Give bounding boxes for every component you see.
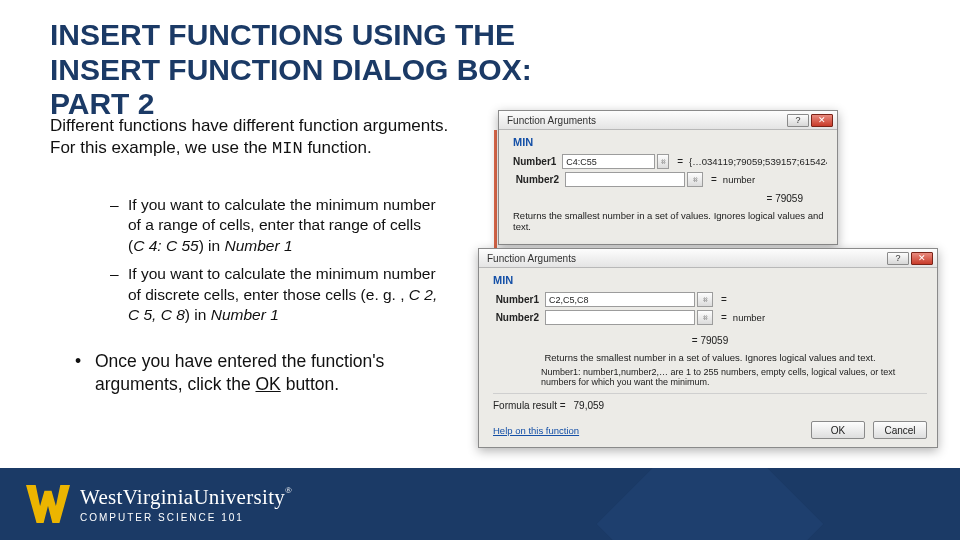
wvu-logo-icon — [26, 485, 70, 523]
arg-label-number2: Number2 — [493, 312, 545, 323]
function-name-label: MIN — [493, 274, 927, 286]
ok-button[interactable]: OK — [811, 421, 865, 439]
footer-text: WestVirginiaUniversity® COMPUTER SCIENCE… — [80, 485, 292, 523]
function-name-label: MIN — [513, 136, 827, 148]
dialog-body: MIN Number1 C4:C55 ⨳ = {…034119;79059;53… — [499, 130, 837, 244]
number2-input[interactable] — [565, 172, 685, 187]
formula-result-label: Formula result = — [493, 400, 566, 411]
help-icon[interactable]: ? — [887, 252, 909, 265]
help-link[interactable]: Help on this function — [493, 425, 579, 436]
sub-bullet-1: – If you want to calculate the minimum n… — [110, 195, 440, 256]
formula-result-value: 79,059 — [574, 400, 605, 411]
function-arguments-dialog-back: Function Arguments ? ✕ MIN Number1 C4:C5… — [498, 110, 838, 245]
slide-title: INSERT FUNCTIONS USING THE INSERT FUNCTI… — [50, 18, 610, 122]
function-result-preview: = 79059 — [513, 193, 803, 204]
trademark-symbol: ® — [285, 485, 292, 495]
dialog-title: Function Arguments — [487, 253, 576, 264]
intro-text-a: Different functions have different funct… — [50, 116, 448, 157]
number1-input[interactable]: C2,C5,C8 — [545, 292, 695, 307]
close-icon[interactable]: ✕ — [811, 114, 833, 127]
slide-footer: WestVirginiaUniversity® COMPUTER SCIENCE… — [0, 468, 960, 540]
range-picker-icon[interactable]: ⨳ — [687, 172, 703, 187]
dialog-body: MIN Number1 C2,C5,C8 ⨳ = Number2 ⨳ = num… — [479, 268, 937, 447]
intro-paragraph: Different functions have different funct… — [50, 115, 450, 160]
course-name: COMPUTER SCIENCE 101 — [80, 512, 292, 523]
arg-row-number1: Number1 C2,C5,C8 ⨳ = — [493, 292, 927, 307]
sub-bullet-2: – If you want to calculate the minimum n… — [110, 264, 440, 325]
excel-edge-stripe — [494, 130, 497, 250]
function-result-preview: = 79059 — [493, 335, 927, 346]
dash-marker: – — [110, 195, 128, 256]
arg-preview-number2: number — [733, 312, 765, 323]
number1-input[interactable]: C4:C55 — [562, 154, 654, 169]
dialog-title: Function Arguments — [507, 115, 596, 126]
arg-preview-number1: {…034119;79059;539157;615424;0;1573… — [689, 156, 827, 167]
range-picker-icon[interactable]: ⨳ — [657, 154, 670, 169]
sb1-b: ) in — [199, 237, 225, 254]
arg-row-number1: Number1 C4:C55 ⨳ = {…034119;79059;539157… — [513, 154, 827, 169]
arg-preview-number2: number — [723, 174, 755, 185]
dash-marker: – — [110, 264, 128, 325]
cancel-button[interactable]: Cancel — [873, 421, 927, 439]
help-icon[interactable]: ? — [787, 114, 809, 127]
arg-row-number2: Number2 ⨳ = number — [513, 172, 827, 187]
function-description: Returns the smallest number in a set of … — [493, 352, 927, 363]
equals-sign: = — [677, 156, 683, 167]
function-arguments-dialog-front: Function Arguments ? ✕ MIN Number1 C2,C5… — [478, 248, 938, 448]
main-bullet: • Once you have entered the function's a… — [75, 350, 435, 396]
equals-sign: = — [711, 174, 717, 185]
intro-function-name: MIN — [272, 139, 303, 158]
dialog-titlebar[interactable]: Function Arguments ? ✕ — [499, 111, 837, 130]
mb-b: button. — [281, 374, 339, 394]
argument-help-text: Number1: number1,number2,… are 1 to 255 … — [541, 367, 927, 387]
arg-row-number2: Number2 ⨳ = number — [493, 310, 927, 325]
sub-bullet-list: – If you want to calculate the minimum n… — [110, 195, 440, 334]
range-picker-icon[interactable]: ⨳ — [697, 292, 713, 307]
intro-text-b: function. — [303, 138, 372, 157]
equals-sign: = — [721, 294, 727, 305]
equals-sign: = — [721, 312, 727, 323]
sb2-a: If you want to calculate the minimum num… — [128, 265, 436, 302]
function-description: Returns the smallest number in a set of … — [513, 210, 827, 232]
arg-label-number1: Number1 — [493, 294, 545, 305]
dialog-titlebar[interactable]: Function Arguments ? ✕ — [479, 249, 937, 268]
range-picker-icon[interactable]: ⨳ — [697, 310, 713, 325]
number2-input[interactable] — [545, 310, 695, 325]
close-icon[interactable]: ✕ — [911, 252, 933, 265]
university-name: WestVirginiaUniversity — [80, 485, 285, 509]
mb-a: Once you have entered the function's arg… — [95, 351, 384, 394]
bullet-marker: • — [75, 350, 95, 396]
sb1-range: C 4: C 55 — [133, 237, 198, 254]
arg-label-number1: Number1 — [513, 156, 562, 167]
mb-ok: OK — [255, 374, 280, 394]
sb1-arg: Number 1 — [225, 237, 293, 254]
sb2-b: ) in — [185, 306, 211, 323]
sb2-arg: Number 1 — [211, 306, 279, 323]
arg-label-number2: Number2 — [513, 174, 565, 185]
